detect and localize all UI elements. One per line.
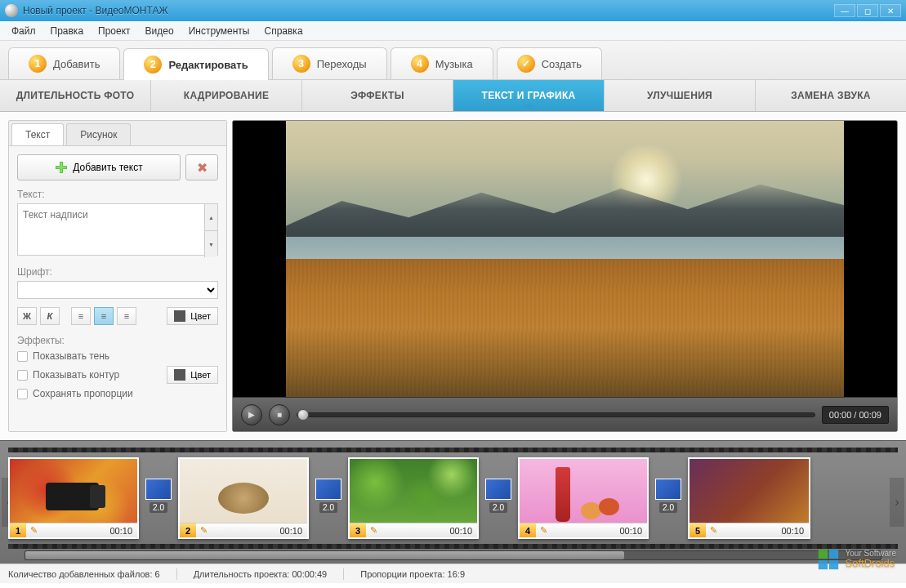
panel-tab-picture[interactable]: Рисунок (66, 123, 131, 145)
subtab-audio-replace[interactable]: ЗАМЕНА ЗВУКА (756, 80, 906, 111)
align-center-icon: ≡ (101, 311, 106, 321)
stop-icon: ■ (277, 410, 282, 419)
text-spin-down[interactable]: ▼ (204, 231, 217, 257)
bold-button[interactable]: Ж (17, 307, 37, 325)
add-text-button[interactable]: Добавить текст (17, 154, 181, 180)
clip-5-edit[interactable]: ✎ (706, 525, 721, 536)
transition-3-thumb (485, 479, 511, 500)
clip-4[interactable]: 4✎00:10 (518, 457, 649, 539)
step-transitions[interactable]: 3Переходы (272, 47, 387, 79)
play-icon: ▶ (248, 410, 255, 419)
seek-bar[interactable] (297, 412, 815, 417)
clip-2-edit[interactable]: ✎ (196, 525, 211, 536)
play-button[interactable]: ▶ (241, 404, 262, 425)
italic-button[interactable]: К (40, 307, 60, 325)
step-check-icon (517, 55, 535, 73)
menu-video[interactable]: Видео (139, 23, 181, 39)
menu-edit[interactable]: Правка (44, 23, 91, 39)
svg-rect-6 (818, 560, 827, 569)
step-music[interactable]: 4Музыка (391, 47, 493, 79)
timeline-next[interactable]: › (890, 478, 904, 527)
step-add-label: Добавить (53, 58, 100, 70)
step-add[interactable]: 1Добавить (8, 47, 120, 79)
panel-tab-text[interactable]: Текст (11, 123, 64, 145)
menu-project[interactable]: Проект (91, 23, 137, 39)
preview-viewport (233, 121, 897, 397)
delete-text-button[interactable]: ✖ (185, 154, 218, 180)
step-1-icon: 1 (29, 55, 47, 73)
work-area: Текст Рисунок Добавить текст ✖ Текст: ▲ … (0, 112, 906, 440)
timecode: 00:00 / 00:09 (822, 406, 889, 424)
clip-2[interactable]: 2✎00:10 (178, 457, 309, 539)
window-title: Новый проект - ВидеоМОНТАЖ (23, 5, 168, 16)
step-edit-label: Редактировать (168, 59, 248, 71)
transition-1[interactable]: 2.0 (145, 479, 172, 518)
clip-3[interactable]: 3✎00:10 (348, 457, 479, 539)
clip-4-time: 00:10 (619, 526, 647, 536)
align-center-button[interactable]: ≡ (94, 307, 114, 325)
svg-rect-3 (56, 167, 67, 169)
clip-1[interactable]: 1✎00:10 (8, 457, 139, 539)
timeline-scroll-thumb[interactable] (25, 551, 624, 559)
subtab-effects[interactable]: ЭФФЕКТЫ (302, 80, 453, 111)
timeline-clips: 1✎00:10 2.0 2✎00:10 2.0 3✎00:10 2.0 4✎00… (8, 452, 898, 544)
outline-color-button[interactable]: Цвет (167, 366, 218, 384)
clip-2-time: 00:10 (279, 526, 307, 536)
step-music-label: Музыка (435, 58, 473, 70)
align-right-button[interactable]: ≡ (117, 307, 136, 325)
step-3-icon: 3 (292, 55, 310, 73)
clip-4-edit[interactable]: ✎ (536, 525, 551, 536)
subtab-text-graphics[interactable]: ТЕКСТ И ГРАФИКА (453, 80, 605, 111)
clip-1-time: 00:10 (109, 526, 137, 536)
titlebar: Новый проект - ВидеоМОНТАЖ — ◻ ✕ (0, 0, 906, 21)
status-ratio-value: 16:9 (448, 569, 465, 579)
timeline-scrollbar[interactable] (25, 550, 881, 560)
outline-checkbox[interactable] (17, 370, 28, 381)
menu-help[interactable]: Справка (257, 23, 309, 39)
outline-label: Показывать контур (33, 369, 119, 381)
clip-3-time: 00:10 (449, 526, 477, 536)
transition-4[interactable]: 2.0 (655, 479, 681, 518)
maximize-button[interactable]: ◻ (857, 4, 878, 17)
shadow-label: Показывать тень (33, 350, 109, 362)
transition-3[interactable]: 2.0 (485, 479, 511, 518)
transition-2-thumb (315, 479, 341, 500)
step-edit[interactable]: 2Редактировать (123, 48, 268, 80)
status-ratio-label: Пропорции проекта: (360, 569, 444, 579)
step-tabs: 1Добавить 2Редактировать 3Переходы 4Музы… (0, 41, 906, 80)
transition-2-dur: 2.0 (319, 502, 337, 513)
status-bar: Количество добавленных файлов: 6 Длитель… (0, 564, 906, 583)
svg-rect-5 (828, 550, 837, 559)
caption-textarea[interactable] (17, 203, 218, 256)
text-color-button[interactable]: Цвет (167, 307, 218, 325)
transition-1-thumb (145, 479, 172, 500)
font-select[interactable] (17, 281, 218, 299)
close-button[interactable]: ✕ (880, 4, 901, 17)
minimize-button[interactable]: — (834, 4, 855, 17)
shadow-checkbox[interactable] (17, 351, 28, 362)
clip-1-edit[interactable]: ✎ (26, 525, 41, 536)
menu-tools[interactable]: Инструменты (182, 23, 257, 39)
plus-icon (55, 161, 68, 174)
clip-5[interactable]: 5✎00:10 (688, 457, 810, 539)
text-spin-up[interactable]: ▲ (204, 204, 217, 231)
transition-2[interactable]: 2.0 (315, 479, 341, 518)
subtab-crop[interactable]: КАДРИРОВАНИЕ (151, 80, 302, 111)
subtab-duration[interactable]: ДЛИТЕЛЬНОСТЬ ФОТО (0, 80, 151, 111)
menu-file[interactable]: Файл (5, 23, 42, 39)
clip-5-time: 00:10 (781, 526, 809, 536)
keep-ratio-checkbox[interactable] (17, 389, 28, 399)
preview-image (286, 121, 844, 397)
step-transitions-label: Переходы (317, 58, 367, 70)
align-left-button[interactable]: ≡ (71, 307, 91, 325)
svg-rect-7 (828, 560, 837, 569)
color-label: Цвет (190, 311, 211, 321)
subtab-enhance[interactable]: УЛУЧШЕНИЯ (605, 80, 756, 111)
clip-3-num: 3 (350, 523, 366, 537)
stop-button[interactable]: ■ (269, 404, 290, 425)
step-create[interactable]: Создать (497, 47, 602, 79)
clip-3-edit[interactable]: ✎ (366, 525, 381, 536)
watermark: Your SoftwareSoftDroids (816, 547, 896, 572)
outline-color-label: Цвет (190, 370, 211, 380)
seek-thumb[interactable] (297, 409, 309, 421)
